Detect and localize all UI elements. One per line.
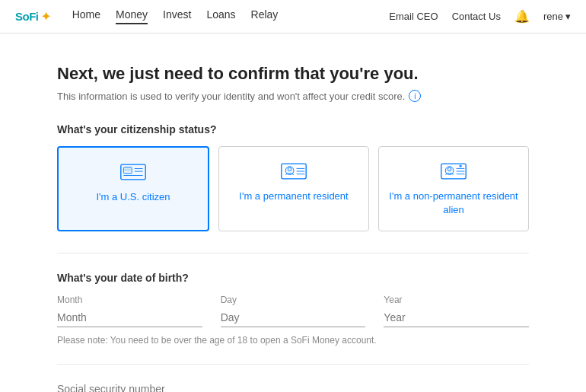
non-permanent-resident-label: I'm a non-permanent resident alien bbox=[388, 190, 519, 217]
navbar: SoFi ✦ Home Money Invest Loans Relay Ema… bbox=[0, 0, 586, 33]
day-label: Day bbox=[221, 295, 366, 305]
dob-day-field: Day bbox=[221, 295, 366, 327]
us-citizen-icon bbox=[119, 161, 147, 183]
chevron-down-icon: ▾ bbox=[565, 11, 571, 22]
ssn-section: 🔒 We use bank-level TLS 1.2 encryption t… bbox=[57, 383, 529, 392]
citizenship-options: I'm a U.S. citizen I'm a permanent resid… bbox=[57, 146, 529, 231]
section-divider-2 bbox=[57, 364, 529, 365]
bell-icon[interactable]: 🔔 bbox=[514, 9, 530, 24]
dob-fields: Month Day Year bbox=[57, 295, 529, 327]
nav-right: Email CEO Contact Us 🔔 rene ▾ bbox=[389, 9, 571, 24]
contact-us-link[interactable]: Contact Us bbox=[452, 11, 501, 22]
user-menu[interactable]: rene ▾ bbox=[543, 11, 571, 22]
svg-text:✱: ✱ bbox=[459, 164, 462, 168]
citizenship-label: What's your citizenship status? bbox=[57, 123, 529, 135]
nav-home[interactable]: Home bbox=[72, 8, 100, 24]
dob-note: Please note: You need to be over the age… bbox=[57, 335, 529, 346]
nav-loans[interactable]: Loans bbox=[206, 8, 235, 24]
sofi-logo: SoFi ✦ bbox=[15, 10, 51, 24]
permanent-resident-label: I'm a permanent resident bbox=[239, 190, 348, 203]
email-ceo-link[interactable]: Email CEO bbox=[389, 11, 438, 22]
nav-links: Home Money Invest Loans Relay bbox=[72, 8, 390, 24]
ssn-input[interactable] bbox=[57, 383, 529, 392]
dob-month-field: Month bbox=[57, 295, 202, 327]
year-input[interactable] bbox=[384, 308, 529, 327]
dob-year-field: Year bbox=[384, 295, 529, 327]
citizenship-section: What's your citizenship status? I'm a U.… bbox=[57, 123, 529, 231]
dob-label: What's your date of birth? bbox=[57, 272, 529, 284]
nav-invest[interactable]: Invest bbox=[163, 8, 191, 24]
citizenship-permanent-resident[interactable]: I'm a permanent resident bbox=[218, 146, 369, 231]
citizenship-us-citizen[interactable]: I'm a U.S. citizen bbox=[57, 146, 209, 231]
month-label: Month bbox=[57, 295, 202, 305]
ssn-input-wrap bbox=[57, 383, 529, 392]
dob-section: What's your date of birth? Month Day Yea… bbox=[57, 272, 529, 346]
page-title: Next, we just need to confirm that you'r… bbox=[57, 64, 529, 84]
us-citizen-label: I'm a U.S. citizen bbox=[96, 190, 170, 204]
year-label: Year bbox=[384, 295, 529, 305]
info-icon[interactable]: i bbox=[409, 90, 421, 102]
day-input[interactable] bbox=[221, 308, 366, 327]
page-subtitle: This information is used to verify your … bbox=[57, 90, 529, 102]
permanent-resident-icon bbox=[280, 161, 307, 182]
brand-logo[interactable]: SoFi ✦ bbox=[15, 10, 51, 24]
main-content: Next, we just need to confirm that you'r… bbox=[42, 33, 544, 392]
non-permanent-resident-icon: ✱ bbox=[440, 161, 467, 182]
month-input[interactable] bbox=[57, 308, 202, 327]
nav-relay[interactable]: Relay bbox=[251, 8, 279, 24]
citizenship-non-permanent-resident[interactable]: ✱ I'm a non-permanent resident alien bbox=[378, 146, 529, 231]
nav-money[interactable]: Money bbox=[116, 8, 148, 24]
section-divider bbox=[57, 253, 529, 253]
